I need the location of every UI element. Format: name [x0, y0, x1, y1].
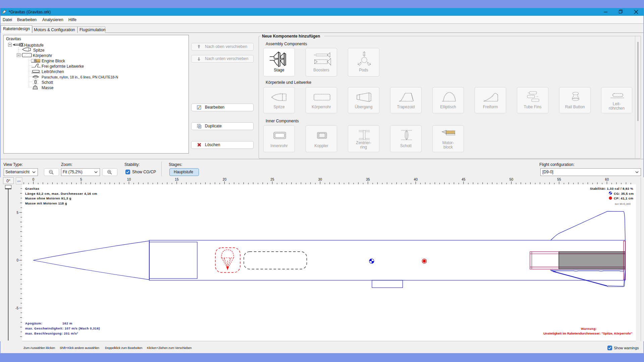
svg-text:55: 55	[557, 178, 561, 181]
svg-text:50: 50	[509, 178, 514, 181]
svg-text:30: 30	[318, 178, 322, 181]
svg-text:5: 5	[80, 178, 82, 181]
svg-text:5: 5	[16, 211, 18, 215]
svg-text:60: 60	[605, 178, 609, 181]
svg-text:0: 0	[16, 258, 18, 262]
svg-text:-5: -5	[15, 306, 18, 310]
svg-text:20: 20	[223, 178, 227, 181]
svg-text:0°: 0°	[6, 179, 10, 183]
svg-text:45: 45	[462, 178, 466, 181]
svg-text:35: 35	[366, 178, 370, 181]
svg-text:10: 10	[127, 178, 131, 181]
svg-text:15: 15	[175, 178, 179, 181]
svg-text:25: 25	[270, 178, 274, 181]
svg-text:40: 40	[414, 178, 418, 181]
svg-text:cm: cm	[17, 180, 21, 183]
svg-text:0: 0	[33, 178, 35, 181]
